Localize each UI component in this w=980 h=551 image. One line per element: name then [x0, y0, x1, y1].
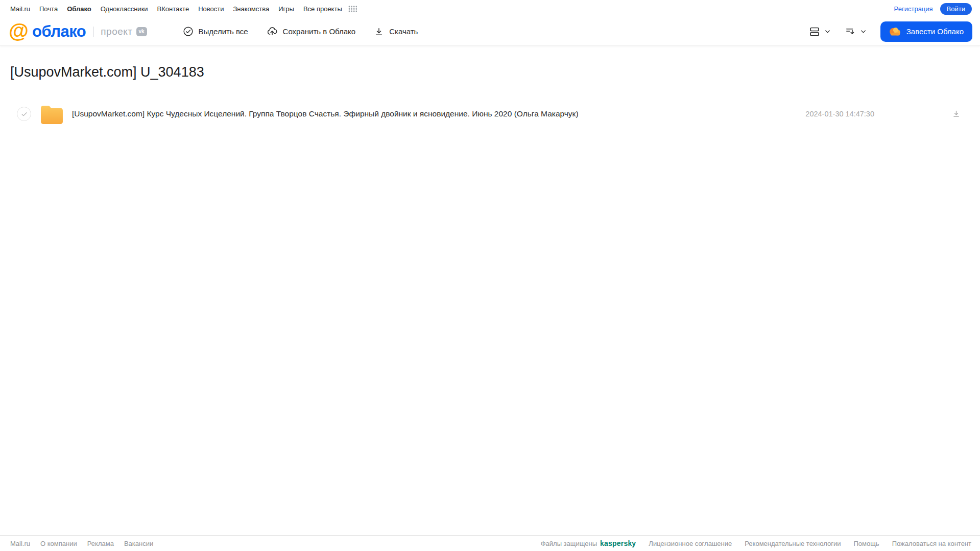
check-circle-icon: [183, 26, 194, 37]
file-date: 2024-01-30 14:47:30: [805, 110, 874, 118]
vk-project-label: проект: [101, 26, 132, 37]
portal-link-znakomstva[interactable]: Знакомства: [233, 5, 269, 13]
chevron-down-icon: [824, 28, 831, 35]
footer-link-report[interactable]: Пожаловаться на контент: [892, 540, 971, 547]
page-footer: Mail.ru О компании Реклама Вакансии Файл…: [0, 535, 980, 551]
footer-link-company[interactable]: О компании: [40, 540, 77, 547]
save-to-cloud-button[interactable]: Сохранить в Облако: [267, 26, 356, 37]
app-header: @ облако проект vk Выделить все Сохранит…: [0, 17, 980, 46]
get-cloud-label: Завести Облако: [906, 27, 964, 36]
page-title: [UsupovMarket.com] U_304183: [10, 64, 970, 80]
checkmark-icon: [20, 110, 28, 118]
projects-grid-icon[interactable]: [348, 6, 357, 12]
footer-link-recommendations[interactable]: Рекомендательные технологии: [745, 540, 841, 547]
register-link[interactable]: Регистрация: [894, 5, 933, 13]
file-row[interactable]: [UsupovMarket.com] Курс Чудесных Исцелен…: [10, 103, 970, 125]
select-all-button[interactable]: Выделить все: [183, 26, 248, 37]
portal-link-oblako[interactable]: Облако: [67, 5, 91, 13]
row-download-icon[interactable]: [952, 109, 961, 118]
cloud-upload-icon: [267, 26, 278, 37]
portal-link-vkontakte[interactable]: ВКонтакте: [157, 5, 189, 13]
sort-icon: [845, 26, 856, 37]
portal-link-mailru[interactable]: Mail.ru: [10, 5, 30, 13]
view-mode-selector[interactable]: [808, 26, 831, 38]
portal-link-novosti[interactable]: Новости: [198, 5, 224, 13]
portal-link-igry[interactable]: Игры: [278, 5, 294, 13]
footer-link-license[interactable]: Лицензионное соглашение: [649, 540, 732, 547]
kaspersky-logo: kaspersky: [600, 539, 636, 547]
save-to-cloud-label: Сохранить в Облако: [283, 27, 356, 36]
mailru-at-icon: @: [9, 20, 29, 41]
portal-link-odnoklassniki[interactable]: Одноклассники: [101, 5, 148, 13]
chevron-down-icon: [860, 28, 867, 35]
select-all-label: Выделить все: [199, 27, 248, 36]
list-view-icon: [808, 26, 821, 38]
footer-link-help[interactable]: Помощь: [853, 540, 879, 547]
main-content: [UsupovMarket.com] U_304183 [UsupovMarke…: [0, 64, 980, 125]
download-button[interactable]: Скачать: [374, 27, 418, 37]
file-name[interactable]: [UsupovMarket.com] Курс Чудесных Исцелен…: [72, 109, 579, 118]
protected-label: Файлы защищены: [541, 540, 597, 547]
kaspersky-protection: Файлы защищены kaspersky: [541, 539, 636, 547]
get-cloud-button[interactable]: Завести Облако: [880, 21, 972, 42]
download-icon: [374, 27, 384, 37]
orange-cloud-icon: [889, 27, 901, 36]
portal-nav: Mail.ru Почта Облако Одноклассники ВКонт…: [0, 0, 980, 17]
file-toolbar: Выделить все Сохранить в Облако Скачать: [183, 26, 418, 37]
sort-selector[interactable]: [845, 26, 867, 37]
header-right-controls: Завести Облако: [808, 21, 972, 42]
cloud-logo-wordmark: облако: [32, 22, 86, 41]
footer-link-jobs[interactable]: Вакансии: [124, 540, 153, 547]
cloud-logo[interactable]: @ облако проект vk: [9, 22, 147, 41]
login-button[interactable]: Войти: [940, 3, 972, 15]
download-label: Скачать: [389, 27, 418, 36]
footer-link-ads[interactable]: Реклама: [87, 540, 114, 547]
portal-link-pochta[interactable]: Почта: [39, 5, 58, 13]
folder-icon: [40, 104, 64, 124]
logo-divider: [93, 27, 94, 37]
footer-link-mailru[interactable]: Mail.ru: [10, 540, 30, 547]
vk-badge-icon: vk: [136, 27, 147, 36]
row-checkbox[interactable]: [17, 107, 31, 121]
portal-link-all-projects[interactable]: Все проекты: [303, 5, 342, 13]
